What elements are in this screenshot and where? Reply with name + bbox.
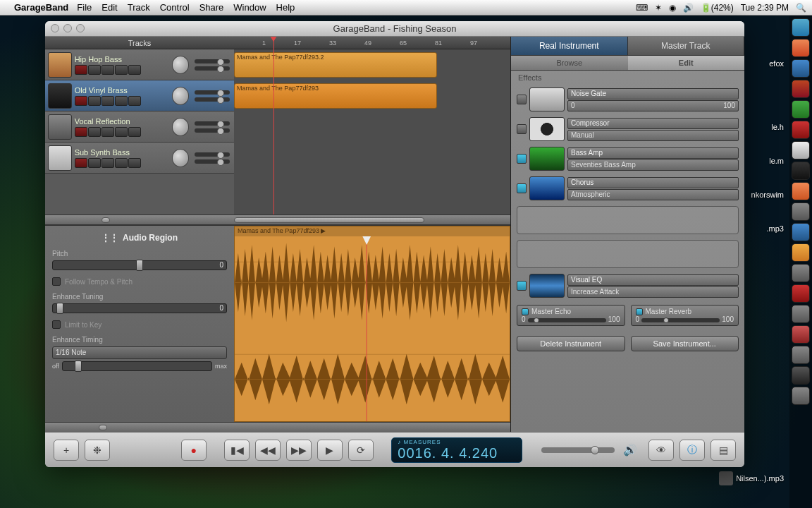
dock-app-icon[interactable] <box>792 59 810 78</box>
track-menu-button[interactable] <box>128 65 141 75</box>
menu-track[interactable]: Track <box>128 2 150 13</box>
master-echo-slider[interactable] <box>528 318 606 322</box>
solo-button[interactable] <box>102 65 114 75</box>
menu-window[interactable]: Window <box>233 2 266 13</box>
volume-slider[interactable] <box>195 90 230 95</box>
mute-button[interactable] <box>88 96 101 106</box>
effect-name-dropdown[interactable]: Bass Amp <box>567 147 739 159</box>
audio-region[interactable]: Mamas and The Pap77df293.2 <box>234 52 437 78</box>
record-enable-button[interactable] <box>75 96 87 106</box>
mute-button[interactable] <box>88 65 101 75</box>
arrange-area[interactable]: 1173349658197 Mamas and The Pap77df293.2… <box>234 37 510 224</box>
effect-thumbnail[interactable] <box>529 274 565 298</box>
battery-indicator[interactable]: 🔋 (42%) <box>701 3 734 13</box>
follow-tempo-checkbox[interactable] <box>52 277 61 286</box>
playhead[interactable] <box>273 37 274 224</box>
record-button[interactable]: ● <box>181 440 207 461</box>
desktop-file[interactable]: efox <box>769 59 784 68</box>
effect-enable-toggle[interactable] <box>517 124 527 134</box>
tab-real-instrument[interactable]: Real Instrument <box>511 37 628 55</box>
arrange-scrollbar[interactable] <box>234 214 510 224</box>
menu-control[interactable]: Control <box>160 2 190 13</box>
menu-help[interactable]: Help <box>276 2 295 13</box>
effect-preset-dropdown[interactable]: Atmospheric <box>567 189 739 200</box>
play-icon[interactable]: ▶ <box>321 227 326 234</box>
track-info-toggle[interactable]: ⓘ <box>679 440 705 461</box>
dock-firefox-icon[interactable] <box>792 39 810 57</box>
limit-key-checkbox[interactable] <box>52 320 61 329</box>
master-reverb-toggle[interactable] <box>636 308 643 315</box>
track-row[interactable]: Hip Hop Bass <box>45 49 234 80</box>
pan-knob[interactable] <box>172 118 189 136</box>
desktop-file[interactable]: Nilsen...).mp3 <box>719 471 784 485</box>
effect-empty-slot[interactable] <box>517 206 739 234</box>
rewind-button[interactable]: ◀◀ <box>255 440 281 461</box>
mute-button[interactable] <box>88 127 101 137</box>
dock-app-icon[interactable] <box>792 162 810 180</box>
delete-instrument-button[interactable]: Delete Instrument <box>517 336 625 351</box>
effect-slider[interactable]: 0100 <box>567 100 739 111</box>
window-titlebar[interactable]: GarageBand - Fishing Season <box>45 21 744 37</box>
zoom-button[interactable] <box>76 24 85 32</box>
master-volume-slider[interactable] <box>541 447 615 453</box>
master-reverb-slider[interactable] <box>641 318 720 322</box>
dock-app-icon[interactable] <box>792 202 810 221</box>
subtab-browse[interactable]: Browse <box>511 56 628 70</box>
lock-button[interactable] <box>115 65 128 75</box>
airport-icon[interactable]: ◉ <box>669 3 676 13</box>
effect-preset-dropdown[interactable]: Increase Attack <box>567 286 739 298</box>
waveform-editor[interactable]: Mamas and The Pap77df293 ▶ <box>234 226 510 422</box>
desktop-file[interactable]: nkorswim <box>751 190 784 199</box>
volume-slider[interactable] <box>195 152 230 157</box>
track-menu-button[interactable] <box>128 158 141 168</box>
go-to-start-button[interactable]: ▮◀ <box>224 440 250 461</box>
close-button[interactable] <box>51 24 59 32</box>
dock-app-icon[interactable] <box>792 100 810 119</box>
add-track-button[interactable]: + <box>54 440 79 461</box>
pan-knob[interactable] <box>172 87 189 105</box>
tab-master-track[interactable]: Master Track <box>628 37 745 55</box>
timing-resolution-dropdown[interactable]: 1/16 Note <box>52 346 227 359</box>
record-enable-button[interactable] <box>75 158 87 168</box>
dock-app-icon[interactable] <box>792 223 810 241</box>
fast-forward-button[interactable]: ▶▶ <box>286 440 312 461</box>
subtab-edit[interactable]: Edit <box>628 56 745 70</box>
track-row[interactable]: Old Vinyl Brass <box>45 80 234 111</box>
dock-app-icon[interactable] <box>792 243 810 262</box>
app-name[interactable]: GarageBand <box>14 2 68 13</box>
effect-thumbnail[interactable] <box>529 117 565 141</box>
master-echo-toggle[interactable] <box>522 308 529 315</box>
wifi-icon[interactable]: ✶ <box>655 3 662 13</box>
pan-knob[interactable] <box>172 56 189 74</box>
volume-icon[interactable]: 🔊 <box>683 3 694 13</box>
lock-button[interactable] <box>115 127 128 137</box>
track-row[interactable]: Sub Synth Bass <box>45 143 234 174</box>
record-enable-button[interactable] <box>75 65 87 75</box>
effect-enable-toggle[interactable] <box>517 95 527 104</box>
effect-preset-dropdown[interactable]: Seventies Bass Amp <box>567 159 739 171</box>
effect-enable-toggle[interactable] <box>517 183 527 193</box>
menu-share[interactable]: Share <box>199 2 224 13</box>
dock-app-icon[interactable] <box>792 80 810 98</box>
pan-knob[interactable] <box>172 149 189 167</box>
dock-app-icon[interactable] <box>792 305 810 323</box>
desktop-file[interactable]: le.h <box>771 123 784 131</box>
save-instrument-button[interactable]: Save Instrument... <box>631 336 739 351</box>
volume-slider[interactable] <box>195 121 230 126</box>
dock-app-icon[interactable] <box>792 346 810 364</box>
menu-file[interactable]: File <box>77 2 92 13</box>
effect-enable-toggle[interactable] <box>517 154 527 164</box>
lcd-display[interactable]: ♪ MEASURES 0016. 4. 4.240 <box>391 437 522 463</box>
effect-thumbnail[interactable] <box>529 147 565 171</box>
effect-thumbnail[interactable] <box>529 176 565 200</box>
effect-enable-toggle[interactable] <box>517 281 527 291</box>
menu-edit[interactable]: Edit <box>102 2 117 13</box>
solo-button[interactable] <box>102 127 114 137</box>
spotlight-icon[interactable]: 🔍 <box>796 3 806 13</box>
effect-name-dropdown[interactable]: Chorus <box>567 177 739 188</box>
dock-vlc-icon[interactable] <box>792 182 810 200</box>
play-button[interactable]: ▶ <box>317 440 343 461</box>
bluetooth-icon[interactable]: ⌨ <box>636 3 648 13</box>
lock-button[interactable] <box>115 158 128 168</box>
track-menu-button[interactable] <box>128 127 141 137</box>
